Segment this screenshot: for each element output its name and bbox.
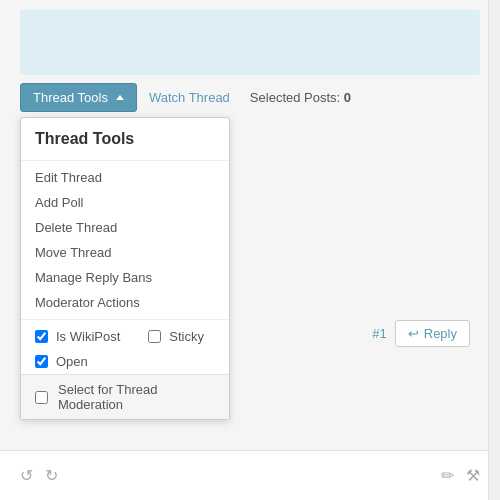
refresh-right-button[interactable]: ↻ <box>45 466 58 485</box>
watch-thread-label: Watch Thread <box>149 90 230 105</box>
divider-mid <box>21 319 229 320</box>
bottom-right-icons: ✏ ⚒ <box>441 466 480 485</box>
post-number: #1 <box>372 326 386 341</box>
thread-tools-dropdown: Thread Tools Edit Thread Add Poll Delete… <box>20 117 230 420</box>
scrollbar[interactable] <box>488 0 500 500</box>
pencil-icon: ✏ <box>441 467 454 484</box>
is-wikipost-checkbox[interactable] <box>35 330 48 343</box>
sticky-checkbox[interactable] <box>148 330 161 343</box>
dropdown-item-add-poll[interactable]: Add Poll <box>21 190 229 215</box>
dropdown-item-delete-thread[interactable]: Delete Thread <box>21 215 229 240</box>
refresh-left-icon: ↺ <box>20 467 33 484</box>
selected-posts-label: Selected Posts: 0 <box>242 84 359 111</box>
thread-tools-button[interactable]: Thread Tools <box>20 83 137 112</box>
open-checkbox[interactable] <box>35 355 48 368</box>
top-bar <box>20 10 480 75</box>
dropdown-item-edit-thread[interactable]: Edit Thread <box>21 165 229 190</box>
wrench-button[interactable]: ⚒ <box>466 466 480 485</box>
reply-button[interactable]: ↩ Reply <box>395 320 470 347</box>
refresh-right-icon: ↻ <box>45 467 58 484</box>
arrow-up-icon <box>116 95 124 100</box>
is-wikipost-label: Is WikiPost <box>56 329 120 344</box>
dropdown-title: Thread Tools <box>21 118 229 156</box>
bottom-bar: ↺ ↻ ✏ ⚒ <box>0 450 500 500</box>
open-label: Open <box>56 354 88 369</box>
wrench-icon: ⚒ <box>466 467 480 484</box>
divider-top <box>21 160 229 161</box>
refresh-left-button[interactable]: ↺ <box>20 466 33 485</box>
dropdown-item-moderator-actions[interactable]: Moderator Actions <box>21 290 229 315</box>
checkbox-row-open: Open <box>21 349 229 374</box>
sticky-label: Sticky <box>169 329 204 344</box>
select-moderation-label: Select for Thread Moderation <box>58 382 215 412</box>
checkbox-row-wikipost-sticky: Is WikiPost Sticky <box>21 324 229 349</box>
watch-thread-button[interactable]: Watch Thread <box>137 84 242 111</box>
pencil-button[interactable]: ✏ <box>441 466 454 485</box>
select-moderation-row[interactable]: Select for Thread Moderation <box>21 374 229 419</box>
thread-tools-label: Thread Tools <box>33 90 108 105</box>
dropdown-item-move-thread[interactable]: Move Thread <box>21 240 229 265</box>
bottom-left-icons: ↺ ↻ <box>20 466 58 485</box>
reply-icon: ↩ <box>408 326 419 341</box>
dropdown-item-manage-reply-bans[interactable]: Manage Reply Bans <box>21 265 229 290</box>
reply-label: Reply <box>424 326 457 341</box>
select-moderation-checkbox[interactable] <box>35 391 48 404</box>
